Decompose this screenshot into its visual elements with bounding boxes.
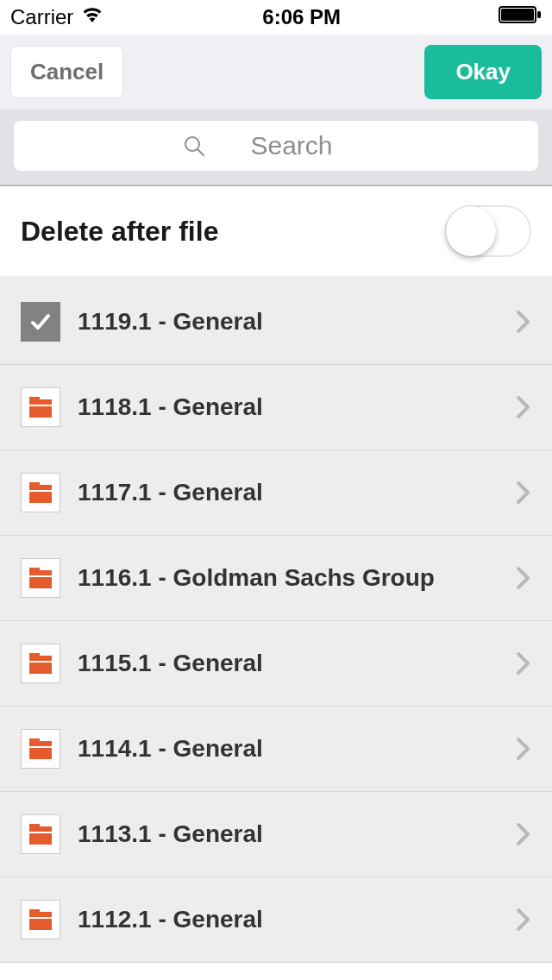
list-item-label: 1114.1 - General	[78, 735, 516, 763]
svg-rect-8	[29, 485, 52, 490]
list-item-label: 1116.1 - Goldman Sachs Group	[78, 564, 516, 592]
list-item[interactable]: 1115.1 - General	[0, 621, 552, 707]
list-item[interactable]: 1114.1 - General	[0, 707, 552, 792]
cancel-button[interactable]: Cancel	[10, 46, 123, 98]
list-item-label: 1118.1 - General	[78, 393, 516, 421]
svg-rect-7	[29, 397, 40, 399]
check-icon	[21, 302, 60, 342]
svg-rect-22	[29, 824, 40, 826]
svg-rect-23	[29, 912, 52, 917]
status-time: 6:06 PM	[262, 5, 341, 29]
svg-rect-18	[29, 748, 52, 759]
okay-button[interactable]: Okay	[424, 45, 542, 99]
list-item[interactable]: 1112.1 - General	[0, 877, 552, 963]
svg-rect-1	[501, 9, 534, 21]
svg-rect-13	[29, 568, 40, 570]
toggle-knob	[446, 206, 496, 256]
list-item-label: 1112.1 - General	[78, 906, 516, 933]
svg-rect-11	[29, 570, 52, 575]
chevron-right-icon	[516, 481, 531, 505]
svg-rect-25	[29, 909, 40, 912]
carrier-label: Carrier	[10, 5, 73, 29]
folder-icon	[21, 473, 60, 512]
delete-after-file-row: Delete after file	[0, 186, 552, 280]
list-item[interactable]: 1113.1 - General	[0, 792, 552, 877]
status-bar: Carrier 6:06 PM	[0, 0, 552, 35]
list-item-label: 1117.1 - General	[78, 479, 516, 506]
svg-rect-5	[29, 399, 52, 405]
status-left: Carrier	[10, 5, 104, 29]
list-item-label: 1113.1 - General	[78, 820, 516, 848]
folder-icon	[21, 814, 60, 854]
status-right	[499, 5, 542, 29]
chevron-right-icon	[516, 908, 531, 932]
svg-rect-12	[29, 577, 52, 588]
search-icon	[183, 135, 205, 157]
svg-rect-21	[29, 833, 52, 845]
svg-rect-2	[537, 11, 541, 18]
list-item-label: 1115.1 - General	[78, 650, 516, 677]
chevron-right-icon	[516, 737, 531, 761]
svg-rect-6	[29, 406, 52, 418]
chevron-right-icon	[516, 566, 531, 590]
svg-rect-15	[29, 663, 52, 674]
list-item[interactable]: 1119.1 - General	[0, 280, 552, 365]
file-list: 1119.1 - General1118.1 - General1117.1 -…	[0, 280, 552, 963]
list-item[interactable]: 1117.1 - General	[0, 450, 552, 536]
svg-line-4	[198, 149, 204, 155]
delete-after-file-label: Delete after file	[21, 216, 218, 248]
list-item[interactable]: 1118.1 - General	[0, 365, 552, 450]
nav-bar: Cancel Okay	[0, 35, 552, 110]
list-item[interactable]: 1116.1 - Goldman Sachs Group	[0, 536, 552, 621]
svg-rect-17	[29, 741, 52, 746]
folder-icon	[21, 558, 60, 598]
list-item-label: 1119.1 - General	[78, 308, 516, 336]
search-field[interactable]	[14, 121, 538, 171]
svg-rect-9	[29, 492, 52, 503]
folder-icon	[21, 387, 60, 427]
folder-icon	[21, 900, 60, 939]
wifi-icon	[80, 5, 104, 29]
delete-after-file-toggle[interactable]	[445, 205, 531, 257]
folder-icon	[21, 644, 60, 683]
folder-icon	[21, 729, 60, 769]
search-input[interactable]	[214, 131, 369, 160]
battery-icon	[499, 5, 542, 29]
svg-rect-24	[29, 919, 52, 930]
svg-rect-19	[29, 738, 40, 741]
svg-rect-10	[29, 482, 40, 485]
search-bar	[0, 110, 552, 186]
svg-rect-20	[29, 826, 52, 832]
chevron-right-icon	[516, 651, 531, 675]
chevron-right-icon	[516, 310, 531, 334]
svg-rect-14	[29, 656, 52, 661]
chevron-right-icon	[516, 395, 531, 419]
chevron-right-icon	[516, 822, 531, 846]
svg-rect-16	[29, 653, 40, 656]
